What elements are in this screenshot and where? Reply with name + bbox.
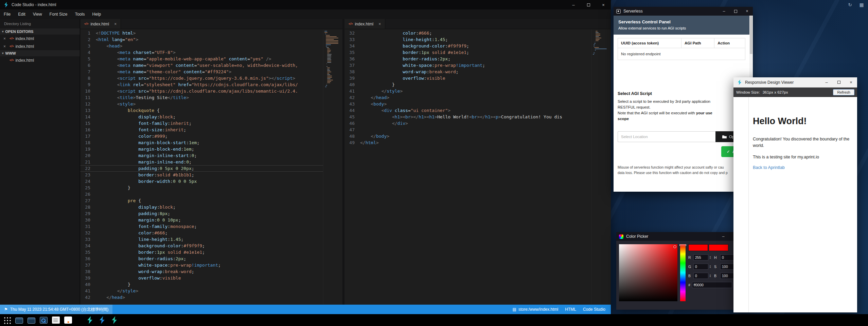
code-text[interactable]: word-wrap:break-word; xyxy=(360,69,591,75)
code-text[interactable]: <meta name="theme-color" content="#ff922… xyxy=(96,69,323,75)
window-size-value[interactable]: 361px x 627px xyxy=(763,90,788,94)
code-text[interactable]: background-color:#f9f9f9; xyxy=(96,243,323,249)
sidebar-item-index.html[interactable]: </>index.html xyxy=(0,56,80,64)
code-text[interactable]: color:#666; xyxy=(96,230,323,236)
code-text[interactable]: overflow:visible xyxy=(96,275,323,281)
close-icon[interactable]: × xyxy=(741,7,753,16)
code-text[interactable]: <head> xyxy=(96,43,323,49)
minimize-icon[interactable]: – xyxy=(718,232,729,241)
code-text[interactable]: <script src="https://cdnjs.cloudflare.co… xyxy=(96,88,323,94)
sync-tray-icon[interactable]: ↻ xyxy=(847,2,853,7)
b-value-input[interactable] xyxy=(693,273,708,279)
code-text[interactable]: } xyxy=(96,281,323,288)
code-text[interactable]: white-space:pre-wrap!important; xyxy=(360,62,591,69)
terminal-app-icon[interactable] xyxy=(28,318,35,324)
apps-tray-icon[interactable]: ▦ xyxy=(858,2,865,7)
back-to-aprintlab-link[interactable]: Back to Aprintlab xyxy=(753,165,855,170)
minimap[interactable] xyxy=(591,29,611,305)
code-text[interactable]: <script src="https://code.jquery.com/jqu… xyxy=(96,75,323,81)
code-text[interactable]: font-family:inherit; xyxy=(96,120,323,127)
code-text[interactable]: border-radius:2px; xyxy=(96,255,323,262)
code-text[interactable]: overflow:visible xyxy=(360,75,591,81)
device-app-icon[interactable] xyxy=(64,317,72,324)
r-stepper[interactable]: ▴▾ xyxy=(710,256,713,259)
title-bar[interactable]: Code Studio - index.html – × xyxy=(0,0,611,9)
menu-font-size[interactable]: Font Size xyxy=(46,9,71,19)
sidebar-section-www[interactable]: ▾WWW xyxy=(0,50,80,56)
s-value-input[interactable] xyxy=(720,264,735,270)
tab-close-icon[interactable]: × xyxy=(114,22,117,26)
sidebar-item-index.html[interactable]: ×</>index.html xyxy=(0,42,80,50)
h-value-input[interactable] xyxy=(720,254,735,261)
code-text[interactable]: <meta name="viewport" content="user-scal… xyxy=(96,62,323,69)
code-text[interactable]: margin-block-start:1em; xyxy=(96,139,323,146)
code-text[interactable]: <div class="ui container"> xyxy=(360,107,591,114)
maximize-icon[interactable] xyxy=(833,77,845,87)
g-value-input[interactable] xyxy=(693,264,708,270)
menu-help[interactable]: Help xyxy=(89,9,105,19)
sidebar-item-index.html[interactable]: ×</>index.html xyxy=(0,35,80,42)
code-text[interactable]: border:1px solid #e1e1e1; xyxy=(360,49,591,56)
stepper-down-icon[interactable]: ▾ xyxy=(710,257,713,259)
code-text[interactable]: margin-inline-end:0; xyxy=(96,159,323,165)
code-text[interactable]: <link rel="stylesheet" href="https://cdn… xyxy=(96,81,323,88)
code-text[interactable]: </head> xyxy=(360,94,591,101)
menu-file[interactable]: File xyxy=(0,9,14,19)
script-location-input[interactable] xyxy=(618,131,715,142)
code-text[interactable]: <style> xyxy=(96,101,323,107)
code-text[interactable]: border:solid #b1b1b1; xyxy=(96,172,323,178)
hue-slider-thumb[interactable] xyxy=(679,244,686,246)
code-text[interactable]: display:block; xyxy=(96,204,323,210)
minimap[interactable] xyxy=(323,29,342,305)
code-text[interactable]: } xyxy=(360,81,591,88)
code-studio-taskbar-icon-3[interactable] xyxy=(110,316,118,324)
code-lines[interactable]: 32 color:#666;33 line-height:1.45;34 bac… xyxy=(344,29,591,305)
hex-input[interactable] xyxy=(692,282,732,288)
menu-edit[interactable]: Edit xyxy=(14,9,29,19)
code-text[interactable]: margin-inline-start:0; xyxy=(96,152,323,159)
b-stepper[interactable]: ▴▾ xyxy=(710,274,713,277)
file-manager-icon[interactable] xyxy=(15,318,23,324)
close-icon[interactable]: × xyxy=(3,36,7,41)
code-text[interactable]: background-color:#f9f9f9; xyxy=(360,43,591,49)
code-text[interactable]: padding:8px; xyxy=(96,210,323,217)
serverless-title-bar[interactable]: Serverless – × xyxy=(614,7,753,16)
minimize-icon[interactable]: – xyxy=(820,77,833,87)
b-value-input[interactable] xyxy=(720,273,735,279)
code-text[interactable]: </html> xyxy=(360,139,591,146)
code-text[interactable]: line-height:1.45; xyxy=(360,36,591,43)
code-text[interactable] xyxy=(360,127,591,133)
code-text[interactable]: <html lang="en"> xyxy=(96,36,323,43)
code-text[interactable]: <title>Testing Site</title> xyxy=(96,94,323,101)
code-text[interactable]: </div> xyxy=(360,120,591,127)
code-text[interactable]: font-size:inherit; xyxy=(96,127,323,133)
refresh-button[interactable]: Refresh xyxy=(833,89,854,95)
code-text[interactable]: </body> xyxy=(360,133,591,139)
notes-app-icon[interactable] xyxy=(52,317,60,324)
menu-view[interactable]: View xyxy=(29,9,46,19)
code-text[interactable]: <body> xyxy=(360,101,591,107)
tab-index.html[interactable]: </>index.html× xyxy=(344,19,385,29)
status-language[interactable]: HTML xyxy=(565,307,576,312)
close-icon[interactable]: × xyxy=(3,44,7,49)
code-text[interactable] xyxy=(96,191,323,197)
code-text[interactable]: word-wrap:break-word; xyxy=(96,268,323,275)
color-cursor[interactable] xyxy=(673,245,676,248)
code-text[interactable]: blockquote { xyxy=(96,107,323,114)
maximize-icon[interactable] xyxy=(730,7,741,16)
close-icon[interactable]: × xyxy=(596,0,611,9)
code-studio-taskbar-icon-1[interactable] xyxy=(86,316,94,324)
search-app-icon[interactable] xyxy=(40,317,48,324)
g-stepper[interactable]: ▴▾ xyxy=(710,265,713,268)
code-text[interactable]: color:#666; xyxy=(360,30,591,36)
code-text[interactable]: border:1px solid #e1e1e1; xyxy=(96,249,323,255)
status-file-item[interactable]: ▤ store:/www/index.html xyxy=(513,307,559,312)
code-text[interactable]: <meta name="apple-mobile-web-app-capable… xyxy=(96,56,323,62)
status-clock-item[interactable]: ⚑ Thu May 11 2023 21:54:48 GMT+0800 (台北標… xyxy=(0,305,112,314)
code-studio-taskbar-icon-2[interactable] xyxy=(98,316,106,324)
app-launcher-icon[interactable] xyxy=(3,317,11,324)
code-text[interactable]: padding:0 5px 0 20px; xyxy=(96,165,323,172)
maximize-icon[interactable] xyxy=(581,0,596,9)
code-text[interactable]: <meta charset="UTF-8"> xyxy=(96,49,323,56)
code-text[interactable]: display:block; xyxy=(96,114,323,120)
